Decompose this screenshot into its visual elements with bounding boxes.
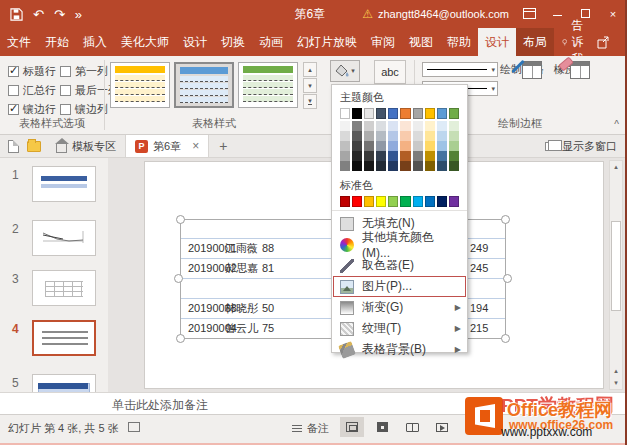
redo-button[interactable]: ↷ [54,7,65,22]
color-variant-swatch[interactable] [352,161,362,171]
color-variant-swatch[interactable] [388,151,398,161]
notes-toggle-button[interactable]: 备注 [292,421,329,436]
color-variant-swatch[interactable] [352,121,362,131]
slide-sorter-view-button[interactable] [370,417,394,437]
color-variant-swatch[interactable] [388,161,398,171]
theme-color-swatch[interactable] [340,108,350,119]
minimize-button[interactable] [549,8,565,20]
color-variant-swatch[interactable] [340,141,350,151]
slide-thumbnail-4[interactable]: 4 [0,320,108,360]
color-variant-swatch[interactable] [340,131,350,141]
scroll-up-icon[interactable]: ▴ [610,163,622,171]
color-variant-swatch[interactable] [413,121,423,131]
color-variant-swatch[interactable] [413,151,423,161]
color-variant-swatch[interactable] [376,141,386,151]
theme-color-swatch[interactable] [352,108,362,119]
standard-color-swatch[interactable] [413,196,423,207]
ribbon-tab-布局[interactable]: 布局 [516,28,554,56]
next-slide-icon[interactable]: ▾ [610,379,622,387]
shading-button[interactable]: ▾ [330,60,360,82]
tab-template-zone[interactable]: 模板专区 [47,135,125,157]
color-variant-swatch[interactable] [364,121,374,131]
ribbon-tab-幻灯片放映[interactable]: 幻灯片放映 [290,28,364,56]
selection-handle[interactable] [501,334,510,343]
previous-slide-icon[interactable]: ▴ [610,367,622,375]
gallery-more-button[interactable]: ▾ [303,94,317,109]
ribbon-tab-视图[interactable]: 视图 [402,28,440,56]
menu-item-picture[interactable]: 图片(P)... [332,276,467,297]
color-variant-swatch[interactable] [388,141,398,151]
color-variant-swatch[interactable] [425,151,435,161]
selection-handle[interactable] [176,215,185,224]
ribbon-tab-开始[interactable]: 开始 [38,28,76,56]
ribbon-tab-动画[interactable]: 动画 [252,28,290,56]
slide-thumbnail-3[interactable]: 3 [0,270,108,310]
close-button[interactable]: × [605,8,621,20]
ribbon-tab-美化大师[interactable]: 美化大师 [114,28,176,56]
standard-color-swatch[interactable] [437,196,447,207]
gallery-scroll-down-button[interactable]: ▾ [303,78,317,93]
undo-button[interactable]: ↶ [33,7,44,22]
color-variant-swatch[interactable] [352,151,362,161]
ribbon-tab-设计[interactable]: 设计 [176,28,214,56]
table-style-blue-style[interactable] [174,62,234,108]
color-variant-swatch[interactable] [425,161,435,171]
color-variant-swatch[interactable] [364,151,374,161]
option-标题行[interactable]: 标题行 [8,62,60,81]
new-document-icon[interactable] [8,140,19,153]
color-variant-swatch[interactable] [437,141,447,151]
slideshow-button[interactable] [430,417,454,437]
theme-color-swatch[interactable] [400,108,410,119]
ribbon-tab-帮助[interactable]: 帮助 [440,28,478,56]
menu-item-texture[interactable]: 纹理(T)▶ [332,318,467,339]
color-variant-swatch[interactable] [437,161,447,171]
theme-color-swatch[interactable] [364,108,374,119]
standard-color-swatch[interactable] [400,196,410,207]
color-variant-swatch[interactable] [376,151,386,161]
close-tab-icon[interactable]: × [192,139,199,153]
option-汇总行[interactable]: 汇总行 [8,81,60,100]
add-tab-button[interactable]: + [209,138,237,154]
eraser-button[interactable]: 橡皮擦 [548,59,592,77]
color-variant-swatch[interactable] [340,151,350,161]
color-variant-swatch[interactable] [413,161,423,171]
standard-color-swatch[interactable] [425,196,435,207]
theme-color-swatch[interactable] [449,108,459,119]
color-variant-swatch[interactable] [449,161,459,171]
open-folder-icon[interactable] [27,141,41,152]
reading-view-button[interactable] [400,417,424,437]
slide-thumbnail-1[interactable]: 1 [0,166,108,206]
menu-item-eyedropper[interactable]: 取色器(E) [332,255,467,276]
color-variant-swatch[interactable] [425,131,435,141]
collapse-ribbon-icon[interactable]: ^ [614,119,619,130]
scrollbar-thumb[interactable] [611,221,621,311]
save-icon[interactable] [10,8,23,21]
ribbon-tab-审阅[interactable]: 审阅 [364,28,402,56]
color-variant-swatch[interactable] [352,141,362,151]
table-style-green-style[interactable] [238,62,298,108]
color-variant-swatch[interactable] [449,131,459,141]
color-variant-swatch[interactable] [364,131,374,141]
selection-handle[interactable] [174,274,183,283]
selection-handle[interactable] [503,274,512,283]
gallery-scroll-up-button[interactable]: ▴ [303,62,317,77]
tell-me-button[interactable]: 告诉我 [554,28,597,56]
color-variant-swatch[interactable] [413,131,423,141]
color-variant-swatch[interactable] [388,121,398,131]
color-variant-swatch[interactable] [400,161,410,171]
account-info[interactable]: ⚠ zhangtt8464@outlook.com [362,7,509,21]
color-variant-swatch[interactable] [437,131,447,141]
color-variant-swatch[interactable] [364,161,374,171]
selection-handle[interactable] [501,215,510,224]
color-variant-swatch[interactable] [449,151,459,161]
color-variant-swatch[interactable] [449,121,459,131]
color-variant-swatch[interactable] [340,161,350,171]
color-variant-swatch[interactable] [400,121,410,131]
color-variant-swatch[interactable] [425,121,435,131]
color-variant-swatch[interactable] [413,141,423,151]
color-variant-swatch[interactable] [376,121,386,131]
color-variant-swatch[interactable] [352,131,362,141]
color-variant-swatch[interactable] [376,131,386,141]
display-settings-icon[interactable] [128,422,140,432]
slide-thumbnail-2[interactable]: 2 [0,220,108,260]
